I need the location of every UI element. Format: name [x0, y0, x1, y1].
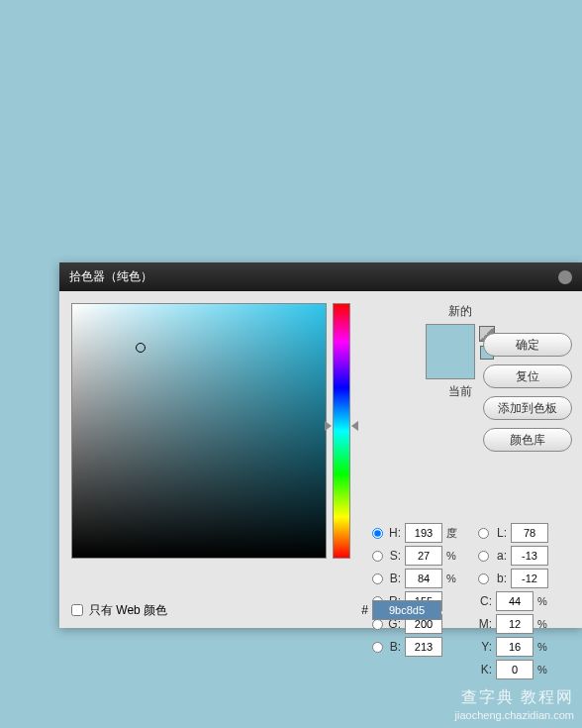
- bottom-row: 只有 Web 颜色 #: [71, 600, 570, 620]
- l-label: L:: [493, 526, 507, 540]
- blend-mode-icon[interactable]: [558, 270, 572, 284]
- current-color-swatch[interactable]: [427, 352, 474, 378]
- hue-slider[interactable]: [333, 303, 350, 559]
- b-rgb-radio[interactable]: [372, 642, 383, 653]
- dialog-body: 新的 当前 H: 度: [59, 291, 582, 628]
- new-color-swatch[interactable]: [427, 325, 474, 352]
- add-swatch-button[interactable]: 添加到色板: [483, 396, 572, 420]
- reset-button[interactable]: 复位: [483, 364, 572, 388]
- l-radio[interactable]: [478, 528, 489, 539]
- l-input[interactable]: [511, 523, 548, 543]
- k-input[interactable]: [496, 660, 534, 679]
- ok-button[interactable]: 确定: [483, 333, 572, 357]
- color-spectrum-section: [71, 303, 350, 592]
- new-color-label: 新的: [448, 303, 472, 320]
- dialog-title: 拾色器（纯色）: [69, 268, 152, 285]
- g-radio[interactable]: [372, 619, 383, 630]
- h-radio[interactable]: [372, 528, 383, 539]
- s-label: S:: [387, 549, 401, 563]
- hex-label: #: [361, 603, 368, 617]
- s-input[interactable]: [405, 546, 442, 566]
- k-unit: %: [537, 664, 551, 676]
- y-label: Y:: [478, 640, 492, 654]
- s-radio[interactable]: [372, 551, 383, 562]
- s-row: S: %: [372, 546, 460, 566]
- b-lab-label: b:: [493, 572, 507, 585]
- b-hsb-label: B:: [387, 572, 401, 585]
- b-rgb-input[interactable]: [405, 637, 442, 657]
- b-lab-input[interactable]: [511, 569, 548, 588]
- h-label: H:: [387, 526, 401, 540]
- b-hsb-radio[interactable]: [372, 573, 383, 584]
- k-row: K: %: [478, 660, 551, 679]
- y-unit: %: [537, 641, 551, 653]
- saturation-brightness-field[interactable]: [71, 303, 327, 559]
- b-rgb-label: B:: [387, 640, 401, 654]
- b-hsb-input[interactable]: [405, 569, 442, 588]
- dialog-titlebar[interactable]: 拾色器（纯色）: [59, 262, 582, 291]
- hex-section: #: [361, 600, 441, 620]
- hue-pointer-left-icon: [325, 421, 332, 431]
- h-row: H: 度: [372, 523, 460, 543]
- web-only-checkbox[interactable]: [71, 604, 83, 616]
- watermark-url: jiaocheng.chazidian.com: [455, 708, 574, 722]
- watermark: 查字典 教程网 jiaocheng.chazidian.com: [455, 687, 574, 722]
- k-label: K:: [478, 663, 492, 676]
- b-hsb-row: B: %: [372, 569, 460, 588]
- b-hsb-unit: %: [446, 572, 460, 584]
- a-input[interactable]: [511, 546, 548, 566]
- b-lab-radio[interactable]: [478, 573, 489, 584]
- y-input[interactable]: [496, 637, 534, 657]
- color-swatch[interactable]: [426, 324, 475, 379]
- h-input[interactable]: [405, 523, 442, 543]
- s-unit: %: [446, 550, 460, 562]
- b-rgb-row: B:: [372, 637, 460, 657]
- action-buttons: 确定 复位 添加到色板 颜色库: [483, 333, 572, 452]
- a-label: a:: [493, 549, 507, 563]
- color-picker-dialog: 拾色器（纯色） 新的: [59, 262, 582, 628]
- color-library-button[interactable]: 颜色库: [483, 428, 572, 452]
- y-row: Y: %: [478, 637, 551, 657]
- a-row: a:: [478, 546, 551, 566]
- current-color-label: 当前: [448, 383, 472, 400]
- web-only-label: 只有 Web 颜色: [89, 602, 167, 619]
- b-lab-row: b:: [478, 569, 551, 588]
- color-field-cursor[interactable]: [136, 343, 146, 353]
- l-row: L:: [478, 523, 551, 543]
- hex-input[interactable]: [372, 600, 441, 620]
- hue-pointer-right-icon: [351, 421, 358, 431]
- a-radio[interactable]: [478, 551, 489, 562]
- h-unit: 度: [446, 526, 460, 541]
- watermark-title: 查字典 教程网: [455, 687, 574, 708]
